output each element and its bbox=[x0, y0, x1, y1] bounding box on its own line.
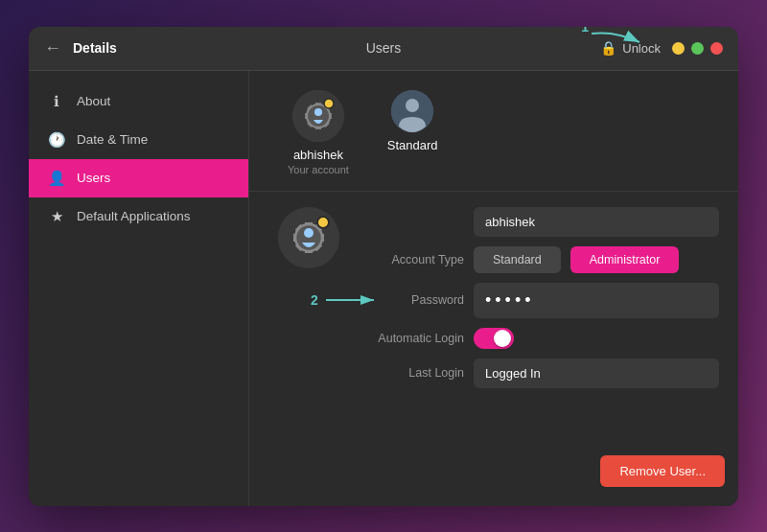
form-avatar-container bbox=[278, 207, 339, 268]
minimize-button[interactable] bbox=[672, 42, 685, 55]
sidebar-item-label-datetime: Date & Time bbox=[77, 132, 148, 147]
current-user-card[interactable]: abhishek Your account bbox=[288, 90, 349, 175]
maximize-button[interactable] bbox=[691, 42, 704, 55]
sidebar-item-default-apps[interactable]: ★ Default Applications bbox=[29, 197, 248, 236]
users-icon: 👤 bbox=[48, 170, 65, 187]
form-fields: Account Type Standard Administrator Pass… bbox=[359, 207, 719, 388]
star-icon: ★ bbox=[48, 208, 65, 225]
standard-user-avatar-svg bbox=[391, 90, 433, 132]
other-user-avatar bbox=[391, 90, 433, 132]
main-content: abhishek Your account Standard bbox=[249, 71, 738, 404]
close-button[interactable] bbox=[710, 42, 723, 55]
other-user-card[interactable]: Standard bbox=[387, 90, 438, 152]
other-user-name: Standard bbox=[387, 138, 438, 152]
annotation-2-arrow bbox=[324, 290, 382, 310]
account-type-row: Account Type Standard Administrator bbox=[359, 246, 719, 273]
datetime-icon: 🕐 bbox=[48, 131, 65, 149]
form-gear-avatar-svg bbox=[278, 207, 339, 268]
last-login-label: Last Login bbox=[359, 366, 464, 380]
gear-avatar-svg bbox=[292, 90, 344, 142]
current-user-sub: Your account bbox=[288, 164, 349, 175]
form-avatar-row: Account Type Standard Administrator Pass… bbox=[278, 207, 719, 388]
last-login-value: Logged In bbox=[474, 359, 719, 388]
auto-login-toggle[interactable] bbox=[474, 328, 514, 349]
about-icon: ℹ bbox=[48, 93, 65, 110]
sidebar-item-label-default-apps: Default Applications bbox=[77, 209, 191, 223]
sidebar-item-label-users: Users bbox=[77, 171, 110, 185]
svg-point-11 bbox=[317, 217, 329, 228]
sidebar-item-label-about: About bbox=[77, 94, 110, 108]
svg-point-10 bbox=[304, 228, 314, 238]
back-button[interactable]: ← bbox=[44, 38, 61, 58]
svg-point-4 bbox=[314, 108, 322, 116]
form-area: Account Type Standard Administrator Pass… bbox=[249, 192, 738, 404]
content-area: ℹ About 🕐 Date & Time 👤 Users ★ Default … bbox=[29, 71, 738, 506]
main-panel-wrapper: abhishek Your account Standard bbox=[249, 71, 738, 506]
sidebar-item-users[interactable]: 👤 Users bbox=[29, 159, 248, 197]
password-row: Password 2 bbox=[359, 283, 719, 318]
last-login-row: Last Login Logged In bbox=[359, 359, 719, 388]
main-window: ← Details Users 1 🔒 Unlock bbox=[29, 27, 738, 506]
sidebar-item-about[interactable]: ℹ About bbox=[29, 82, 248, 121]
annotation-1-arrow bbox=[587, 29, 644, 58]
toggle-thumb bbox=[494, 330, 511, 347]
auto-login-label: Automatic Login bbox=[359, 332, 464, 345]
annotation-2: 2 bbox=[311, 290, 382, 310]
titlebar-right: 1 🔒 Unlock bbox=[600, 40, 723, 56]
users-header: abhishek Your account Standard bbox=[249, 71, 738, 192]
annotation-2-number: 2 bbox=[311, 292, 318, 308]
type-standard-button[interactable]: Standard bbox=[474, 246, 561, 273]
auto-login-row: Automatic Login bbox=[359, 328, 719, 349]
current-user-avatar bbox=[292, 90, 344, 142]
password-input[interactable] bbox=[474, 283, 719, 318]
sidebar: ℹ About 🕐 Date & Time 👤 Users ★ Default … bbox=[29, 71, 249, 506]
window-controls bbox=[672, 42, 723, 55]
svg-point-7 bbox=[406, 99, 419, 112]
sidebar-item-datetime[interactable]: 🕐 Date & Time bbox=[29, 121, 248, 159]
center-label: Users bbox=[366, 40, 402, 56]
window-title: Details bbox=[73, 40, 117, 56]
username-input[interactable] bbox=[474, 207, 719, 237]
username-row bbox=[359, 207, 719, 237]
account-type-label: Account Type bbox=[359, 253, 464, 266]
type-administrator-button[interactable]: Administrator bbox=[570, 246, 680, 273]
titlebar: ← Details Users 1 🔒 Unlock bbox=[29, 27, 738, 71]
remove-user-button[interactable]: Remove User... bbox=[600, 455, 725, 487]
current-user-name: abhishek bbox=[293, 148, 343, 162]
svg-point-5 bbox=[324, 99, 334, 108]
toggle-track[interactable] bbox=[474, 328, 514, 349]
